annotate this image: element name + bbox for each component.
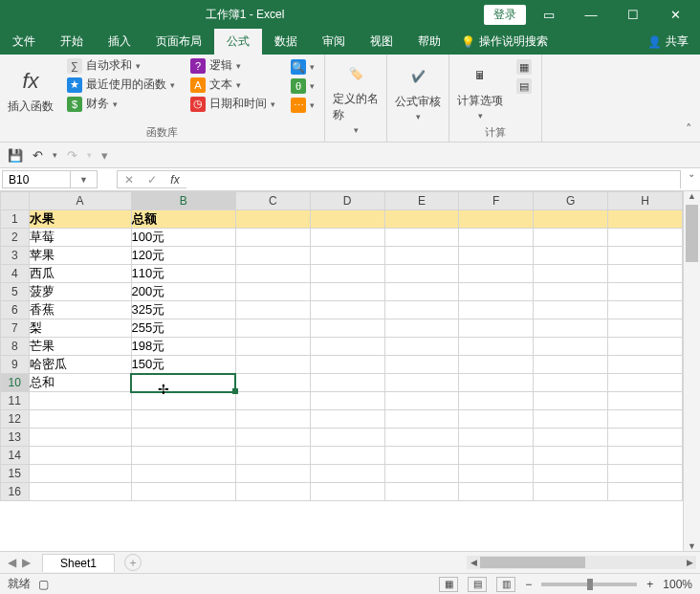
cell-C7[interactable]	[235, 319, 310, 338]
login-button[interactable]: 登录	[484, 5, 526, 25]
cell-A2[interactable]: 草莓	[29, 229, 131, 247]
tab-file[interactable]: 文件	[0, 29, 48, 55]
cell-H10[interactable]	[608, 374, 683, 392]
cell-A10[interactable]: 总和	[29, 374, 131, 392]
col-header-E[interactable]: E	[384, 192, 459, 210]
undo-icon[interactable]: ↶	[33, 148, 43, 163]
zoom-level[interactable]: 100%	[663, 578, 692, 591]
cell-F15[interactable]	[459, 465, 534, 483]
cell-E7[interactable]	[384, 319, 459, 338]
cell-D2[interactable]	[310, 229, 384, 247]
cell-G1[interactable]	[534, 210, 608, 229]
lookup-button[interactable]: 🔍▾	[287, 58, 318, 76]
calc-sheet-button[interactable]: ▤	[513, 77, 536, 95]
spreadsheet-grid[interactable]: A B C D E F G H 1水果总额2草莓100元3苹果120元4西瓜11…	[0, 191, 683, 501]
cell-E5[interactable]	[384, 283, 459, 301]
cell-A4[interactable]: 西瓜	[29, 265, 131, 283]
cell-A8[interactable]: 芒果	[29, 338, 131, 356]
cell-F6[interactable]	[459, 301, 534, 319]
cell-C2[interactable]	[235, 229, 310, 247]
cell-B13[interactable]	[131, 429, 235, 447]
cell-E1[interactable]	[384, 210, 459, 229]
cell-B3[interactable]: 120元	[131, 247, 235, 265]
cell-G9[interactable]	[534, 356, 608, 374]
cell-D13[interactable]	[310, 429, 384, 447]
scroll-up-icon[interactable]: ▲	[684, 191, 700, 201]
cell-D16[interactable]	[310, 483, 384, 501]
cell-C9[interactable]	[235, 356, 310, 374]
cell-A15[interactable]	[29, 465, 131, 483]
cell-A6[interactable]: 香蕉	[29, 301, 131, 319]
row-header-10[interactable]: 10	[1, 374, 30, 392]
cell-H11[interactable]	[608, 392, 683, 410]
cell-F1[interactable]	[459, 210, 534, 229]
cell-H6[interactable]	[608, 301, 683, 319]
cell-H16[interactable]	[608, 483, 683, 501]
cell-F8[interactable]	[459, 338, 534, 356]
minimize-icon[interactable]: —	[572, 8, 610, 22]
row-header-16[interactable]: 16	[1, 483, 30, 501]
name-box[interactable]: ▼	[2, 170, 98, 188]
col-header-H[interactable]: H	[608, 192, 683, 210]
cell-A9[interactable]: 哈密瓜	[29, 356, 131, 374]
cell-D5[interactable]	[310, 283, 384, 301]
col-header-F[interactable]: F	[459, 192, 534, 210]
cell-C4[interactable]	[235, 265, 310, 283]
tab-insert[interactable]: 插入	[96, 29, 143, 55]
cell-E6[interactable]	[384, 301, 459, 319]
zoom-in-icon[interactable]: +	[646, 578, 653, 591]
cell-B10[interactable]	[131, 374, 235, 392]
cell-G12[interactable]	[534, 410, 608, 429]
cell-D12[interactable]	[310, 410, 384, 429]
name-box-dropdown-icon[interactable]: ▼	[70, 171, 97, 188]
autosum-button[interactable]: ∑ 自动求和▾	[63, 56, 179, 75]
cell-G3[interactable]	[534, 247, 608, 265]
cell-H14[interactable]	[608, 447, 683, 465]
cancel-formula-icon[interactable]: ✕	[118, 173, 141, 187]
tab-nav-next-icon[interactable]: ▶	[22, 556, 31, 569]
cell-A3[interactable]: 苹果	[29, 247, 131, 265]
cell-E2[interactable]	[384, 229, 459, 247]
cell-H1[interactable]	[608, 210, 683, 229]
row-header-9[interactable]: 9	[1, 356, 30, 374]
cell-G8[interactable]	[534, 338, 608, 356]
cell-B2[interactable]: 100元	[131, 229, 235, 247]
math-button[interactable]: θ▾	[287, 77, 318, 95]
cell-H9[interactable]	[608, 356, 683, 374]
col-header-D[interactable]: D	[310, 192, 384, 210]
cell-H4[interactable]	[608, 265, 683, 283]
cell-D11[interactable]	[310, 392, 384, 410]
cell-F11[interactable]	[459, 392, 534, 410]
cell-C5[interactable]	[235, 283, 310, 301]
text-button[interactable]: A 文本▾	[186, 76, 279, 94]
more-fn-button[interactable]: ⋯▾	[287, 97, 318, 114]
tab-layout[interactable]: 页面布局	[143, 29, 214, 55]
cell-D14[interactable]	[310, 447, 384, 465]
cell-D4[interactable]	[310, 265, 384, 283]
cell-B7[interactable]: 255元	[131, 319, 235, 338]
enter-formula-icon[interactable]: ✓	[141, 173, 164, 187]
cell-C10[interactable]	[235, 374, 310, 392]
tab-view[interactable]: 视图	[358, 29, 405, 55]
cell-A13[interactable]	[29, 429, 131, 447]
cell-B11[interactable]	[131, 392, 235, 410]
row-header-15[interactable]: 15	[1, 465, 30, 483]
vscroll-thumb[interactable]	[686, 205, 698, 262]
row-header-1[interactable]: 1	[1, 210, 30, 229]
macro-record-icon[interactable]: ▢	[38, 578, 49, 591]
tab-home[interactable]: 开始	[48, 29, 96, 55]
cell-C1[interactable]	[235, 210, 310, 229]
cell-E13[interactable]	[384, 429, 459, 447]
cell-F12[interactable]	[459, 410, 534, 429]
fx-button-icon[interactable]: fx	[164, 173, 186, 187]
cell-H7[interactable]	[608, 319, 683, 338]
cell-H12[interactable]	[608, 410, 683, 429]
row-header-14[interactable]: 14	[1, 447, 30, 465]
vertical-scrollbar[interactable]: ▲ ▼	[683, 191, 700, 551]
scroll-down-icon[interactable]: ▼	[684, 541, 700, 551]
row-header-5[interactable]: 5	[1, 283, 30, 301]
cell-G15[interactable]	[534, 465, 608, 483]
cell-C16[interactable]	[235, 483, 310, 501]
cell-G11[interactable]	[534, 392, 608, 410]
insert-function-button[interactable]: fx 插入函数	[6, 56, 55, 123]
